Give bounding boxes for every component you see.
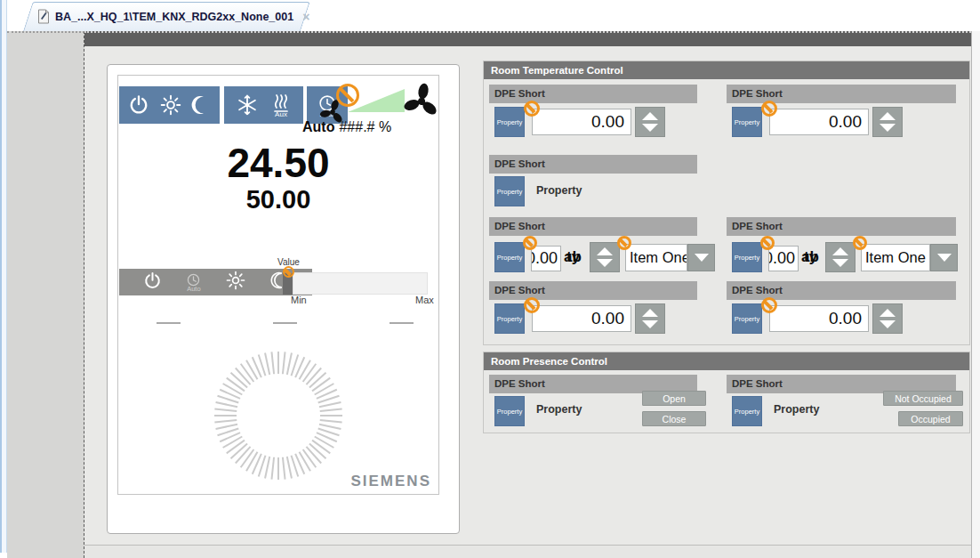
dpe-short-header: DPE Short <box>727 85 956 103</box>
property-button[interactable]: Property <box>494 107 525 137</box>
placeholder-dash <box>273 322 297 324</box>
window-left-edge <box>0 0 7 553</box>
property-button[interactable]: Property <box>732 303 762 334</box>
combo-box[interactable]: Item One <box>861 244 930 271</box>
combo-dropdown-arrow[interactable] <box>930 244 958 271</box>
combo-dropdown-arrow[interactable] <box>687 244 715 271</box>
forbidden-icon <box>524 297 540 313</box>
humidity-value: 50.00 <box>117 185 439 214</box>
overlapped-text: abty <box>564 248 589 266</box>
top-dark-bar <box>84 31 971 46</box>
slider-track[interactable] <box>293 272 428 295</box>
room-temperature-control-group: Room Temperature Control <box>483 61 970 345</box>
occupied-button[interactable]: Occupied <box>898 411 963 426</box>
property-button[interactable]: Property <box>732 242 762 272</box>
siemens-logo: SIEMENS <box>293 473 431 490</box>
dpe-short-header: DPE Short <box>489 217 697 236</box>
forbidden-icon <box>853 236 867 250</box>
spinner-buttons[interactable] <box>590 242 620 272</box>
comfort-sun-icon[interactable] <box>159 93 182 117</box>
document-icon <box>37 9 50 24</box>
setpoint-dial[interactable] <box>207 344 349 487</box>
fan-forbidden-icon <box>336 84 359 107</box>
value-field[interactable]: 0.00 <box>532 305 631 332</box>
auto-clock-icon[interactable]: Auto <box>186 272 201 292</box>
comfort-sun-icon[interactable] <box>225 270 246 295</box>
auto-label: Auto <box>187 286 200 292</box>
overlapped-text: abty <box>801 248 826 266</box>
document-tab[interactable]: BA_...X_HQ_1\TEM_KNX_RDG2xx_None_001 × <box>23 2 301 31</box>
left-panel <box>7 31 84 558</box>
property-label: Property <box>774 403 819 416</box>
forbidden-icon <box>617 236 631 250</box>
combo-box[interactable]: Item One <box>625 244 687 271</box>
property-label: Property <box>536 184 582 197</box>
close-button[interactable]: Close <box>642 411 706 426</box>
value-field-clipped[interactable]: 0.00 <box>531 246 561 271</box>
tab-close-icon[interactable]: × <box>302 10 309 24</box>
placeholder-dash <box>390 322 414 324</box>
slider-forbidden-icon <box>283 266 294 278</box>
value-field[interactable]: 0.00 <box>532 109 631 135</box>
tab-title: BA_...X_HQ_1\TEM_KNX_RDG2xx_None_001 <box>55 11 293 23</box>
dpe-short-header: DPE Short <box>489 281 697 300</box>
forbidden-icon <box>761 101 777 117</box>
group-title: Room Presence Control <box>484 352 969 370</box>
fan-large-icon <box>402 82 441 125</box>
fan-status-line: Auto ###.# % <box>302 119 391 135</box>
room-temperature-value: 24.50 <box>117 139 439 187</box>
tab-bar: BA_...X_HQ_1\TEM_KNX_RDG2xx_None_001 × <box>0 0 980 31</box>
property-button[interactable]: Property <box>494 303 525 334</box>
cooling-snowflake-icon[interactable] <box>236 93 259 117</box>
property-button[interactable]: Property <box>494 242 525 272</box>
spinner-buttons[interactable] <box>635 303 665 334</box>
open-button[interactable]: Open <box>642 391 706 406</box>
slider-min-label: Min <box>291 295 307 305</box>
value-field[interactable]: 0.00 <box>769 305 869 332</box>
group-title: Room Temperature Control <box>484 61 969 79</box>
dpe-short-header: DPE Short <box>489 155 697 174</box>
dpe-short-header: DPE Short <box>727 217 956 236</box>
mode-buttons-power-sun-moon[interactable] <box>119 86 220 124</box>
spinner-buttons[interactable] <box>635 107 665 137</box>
canvas-bottom-strip <box>84 545 971 558</box>
slider-max-label: Max <box>415 295 434 305</box>
spinner-buttons[interactable] <box>872 107 903 137</box>
not-occupied-button[interactable]: Not Occupied <box>883 391 963 406</box>
property-button[interactable]: Property <box>494 176 525 206</box>
property-label: Property <box>536 403 582 416</box>
aux-heat-icon[interactable]: Aux <box>270 93 292 117</box>
forbidden-icon <box>524 101 540 117</box>
fan-auto-label: Auto <box>302 119 334 135</box>
value-field[interactable]: 0.00 <box>769 109 869 135</box>
value-field-clipped[interactable]: 0.00 <box>768 246 799 271</box>
property-button[interactable]: Property <box>494 396 525 426</box>
forbidden-icon <box>523 236 537 250</box>
dpe-short-header: DPE Short <box>727 281 956 300</box>
aux-label: Aux <box>275 111 287 117</box>
window-right-edge <box>971 31 980 558</box>
spinner-buttons[interactable] <box>825 242 855 272</box>
spinner-buttons[interactable] <box>872 303 903 334</box>
fan-value-format: ###.# % <box>339 119 391 135</box>
mode-buttons-cooling-heating[interactable]: Aux <box>224 86 303 124</box>
property-button[interactable]: Property <box>732 396 762 426</box>
property-button[interactable]: Property <box>732 107 762 137</box>
power-icon[interactable] <box>127 93 150 117</box>
placeholder-dash <box>157 322 181 324</box>
power-icon[interactable] <box>142 271 163 295</box>
forbidden-icon <box>761 297 777 313</box>
forbidden-icon <box>760 236 775 250</box>
economy-moon-icon[interactable] <box>190 94 212 116</box>
dpe-short-header: DPE Short <box>489 85 697 103</box>
